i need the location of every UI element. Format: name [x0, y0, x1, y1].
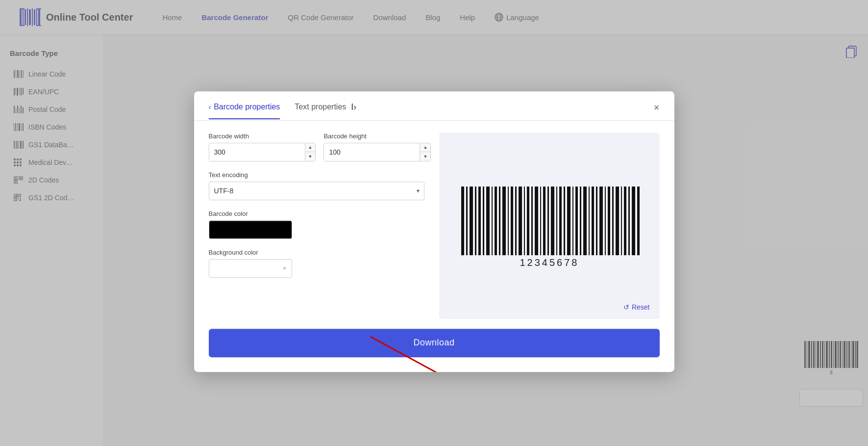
barcode-height-spinners: ▲ ▼	[420, 143, 430, 161]
tab-text-properties[interactable]: Text properties I›	[295, 102, 356, 120]
barcode-form: Barcode width ▲ ▼ Barcode height	[209, 132, 424, 319]
svg-rect-104	[470, 186, 473, 255]
svg-rect-134	[592, 186, 594, 255]
svg-rect-125	[556, 186, 557, 255]
barcode-color-group: Barcode color	[209, 210, 424, 239]
svg-rect-109	[492, 186, 493, 255]
text-encoding-group: Text encoding UTF-8 UTF-16 ISO-8859-1 AS…	[209, 171, 424, 200]
svg-rect-139	[612, 186, 614, 255]
barcode-width-input[interactable]	[209, 143, 305, 161]
svg-rect-138	[608, 186, 610, 255]
svg-rect-112	[502, 186, 506, 255]
svg-rect-106	[478, 186, 481, 255]
modal-body: Barcode width ▲ ▼ Barcode height	[194, 121, 674, 319]
svg-rect-108	[486, 186, 490, 255]
svg-rect-120	[535, 186, 538, 255]
svg-rect-143	[628, 186, 630, 255]
svg-rect-133	[589, 186, 590, 255]
svg-rect-131	[580, 186, 581, 255]
svg-rect-126	[559, 186, 562, 255]
modal-close-button[interactable]: ×	[654, 103, 660, 112]
text-encoding-select[interactable]: UTF-8 UTF-16 ISO-8859-1 ASCII	[209, 182, 424, 200]
svg-rect-127	[564, 186, 565, 255]
background-color-label: Background color	[209, 249, 424, 256]
svg-rect-102	[461, 186, 464, 255]
svg-rect-116	[519, 186, 522, 255]
barcode-width-up[interactable]: ▲	[305, 143, 316, 153]
svg-rect-130	[575, 186, 578, 255]
barcode-properties-modal: ‹ Barcode properties Text properties I› …	[194, 91, 674, 372]
svg-rect-136	[599, 186, 603, 255]
svg-rect-111	[499, 186, 500, 255]
text-encoding-select-wrapper: UTF-8 UTF-16 ISO-8859-1 ASCII ▾	[209, 182, 424, 200]
download-button[interactable]: Download	[209, 329, 660, 357]
svg-rect-119	[531, 186, 533, 255]
text-encoding-label: Text encoding	[209, 171, 424, 179]
svg-rect-114	[511, 186, 513, 255]
svg-rect-123	[547, 186, 549, 255]
barcode-height-input-group: ▲ ▼	[323, 143, 431, 161]
reset-icon: ↺	[623, 303, 629, 311]
reset-button[interactable]: ↺ Reset	[623, 303, 650, 311]
svg-rect-103	[466, 186, 468, 255]
barcode-width-spinners: ▲ ▼	[305, 143, 316, 161]
svg-rect-115	[515, 186, 517, 255]
modal-tabs: ‹ Barcode properties Text properties I› …	[194, 91, 674, 121]
svg-rect-145	[637, 186, 640, 255]
svg-rect-135	[596, 186, 597, 255]
barcode-preview-area: 12345678 ↺ Reset	[439, 132, 660, 319]
svg-rect-129	[572, 186, 573, 255]
tab-barcode-label: Barcode properties	[214, 103, 280, 111]
barcode-width-group: Barcode width ▲ ▼	[209, 132, 316, 161]
svg-rect-128	[567, 186, 570, 255]
svg-rect-118	[527, 186, 529, 255]
svg-rect-144	[632, 186, 635, 255]
background-color-box[interactable]: ×	[209, 259, 292, 278]
svg-rect-141	[621, 186, 622, 255]
barcode-width-down[interactable]: ▼	[305, 152, 316, 161]
svg-rect-142	[624, 186, 626, 255]
svg-rect-117	[524, 186, 525, 255]
barcode-color-label: Barcode color	[209, 210, 424, 217]
barcode-preview-svg: 12345678	[456, 182, 643, 270]
svg-text:12345678: 12345678	[520, 257, 579, 268]
tab-text-label: Text properties	[295, 103, 346, 111]
svg-rect-137	[605, 186, 606, 255]
svg-rect-122	[543, 186, 546, 255]
barcode-color-swatch[interactable]	[209, 220, 292, 239]
cursor-icon: I›	[351, 102, 356, 112]
barcode-height-group: Barcode height ▲ ▼	[323, 132, 431, 161]
svg-rect-140	[616, 186, 619, 255]
svg-rect-132	[583, 186, 587, 255]
barcode-height-down[interactable]: ▼	[420, 152, 430, 161]
barcode-width-input-group: ▲ ▼	[209, 143, 316, 161]
barcode-height-up[interactable]: ▲	[420, 143, 430, 153]
svg-rect-113	[508, 186, 509, 255]
svg-rect-107	[483, 186, 484, 255]
svg-rect-121	[540, 186, 541, 255]
background-color-group: Background color ×	[209, 249, 424, 278]
barcode-height-input[interactable]	[324, 143, 420, 161]
background-color-clear[interactable]: ×	[283, 264, 287, 272]
tab-barcode-properties[interactable]: ‹ Barcode properties	[209, 103, 280, 119]
svg-rect-110	[495, 186, 497, 255]
barcode-height-label: Barcode height	[323, 132, 431, 140]
chevron-left-icon: ‹	[209, 103, 211, 111]
reset-label: Reset	[632, 303, 650, 311]
dimensions-row: Barcode width ▲ ▼ Barcode height	[209, 132, 424, 161]
barcode-width-label: Barcode width	[209, 132, 316, 140]
svg-rect-124	[551, 186, 554, 255]
barcode-color-inner	[209, 221, 292, 238]
svg-rect-105	[475, 186, 476, 255]
